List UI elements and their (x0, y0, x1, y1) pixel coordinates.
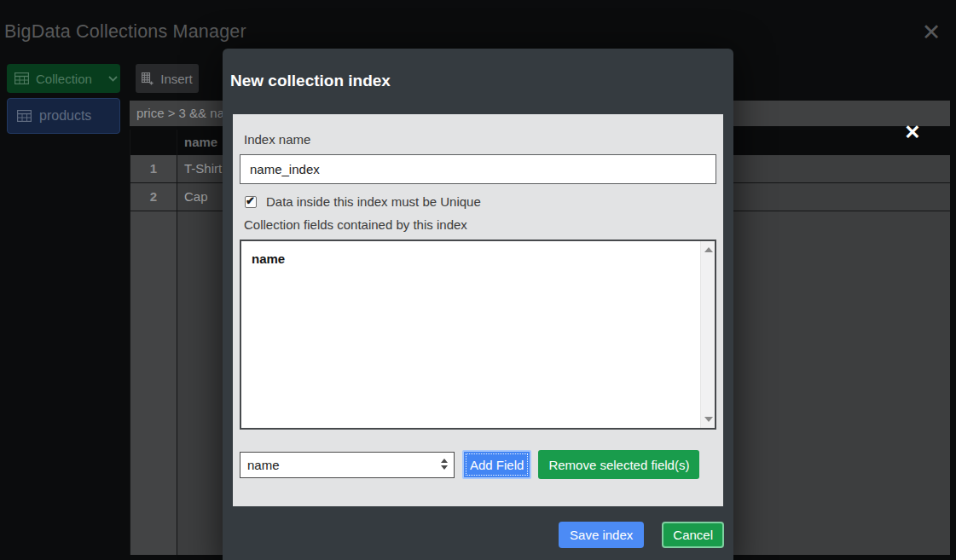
unique-checkbox-row[interactable]: ✔ Data inside this index must be Unique (245, 194, 481, 209)
screen: BigData Collections Manager ✕ Collection (0, 0, 956, 560)
listbox-scrollbar[interactable] (700, 241, 715, 428)
save-index-button[interactable]: Save index (559, 522, 644, 548)
table-grid-icon (17, 110, 32, 122)
add-field-button[interactable]: Add Field (462, 450, 531, 479)
index-name-input[interactable] (240, 154, 716, 184)
list-item[interactable]: name (241, 241, 715, 266)
field-controls-row: name Add Field Remove selected field(s) (240, 450, 699, 479)
app-close-icon[interactable]: ✕ (918, 19, 945, 46)
scrollbar-up-icon[interactable] (704, 247, 713, 252)
table-grid-icon (14, 72, 29, 84)
row-number-header (130, 130, 177, 155)
unique-checkbox-label: Data inside this index must be Unique (266, 194, 481, 209)
chevron-down-icon[interactable] (108, 76, 118, 82)
row-number-cell[interactable]: 2 (130, 183, 177, 211)
collection-button[interactable]: Collection (7, 64, 120, 93)
select-spinner-icon (441, 459, 448, 470)
unique-checkbox[interactable]: ✔ (245, 196, 257, 208)
dialog-footer: Save index Cancel (223, 516, 733, 553)
index-name-label: Index name (244, 132, 310, 147)
insert-button[interactable]: Insert (136, 64, 199, 93)
field-select-value: name (247, 458, 280, 472)
index-fields-listbox[interactable]: name (240, 240, 716, 430)
checkmark-icon: ✔ (246, 194, 255, 207)
collection-button-label: Collection (36, 72, 92, 86)
fields-list-label: Collection fields contained by this inde… (244, 217, 467, 232)
new-collection-index-dialog: New collection index ✕ Index name ✔ Data… (223, 49, 733, 560)
scrollbar-down-icon[interactable] (704, 417, 713, 422)
cancel-button[interactable]: Cancel (662, 522, 724, 548)
sidebar-item-label: products (39, 108, 91, 124)
empty-number-column (130, 211, 177, 555)
insert-button-label: Insert (160, 72, 193, 86)
field-select[interactable]: name (240, 452, 455, 478)
remove-selected-fields-button[interactable]: Remove selected field(s) (538, 450, 699, 479)
dialog-close-icon[interactable]: ✕ (899, 119, 926, 145)
sidebar-item-products[interactable]: products (7, 98, 120, 134)
app-title: BigData Collections Manager (4, 21, 246, 43)
dialog-body: Index name ✔ Data inside this index must… (233, 114, 723, 506)
row-number-cell[interactable]: 1 (130, 155, 177, 182)
insert-rows-icon (142, 72, 154, 85)
dialog-title: New collection index (230, 72, 391, 90)
